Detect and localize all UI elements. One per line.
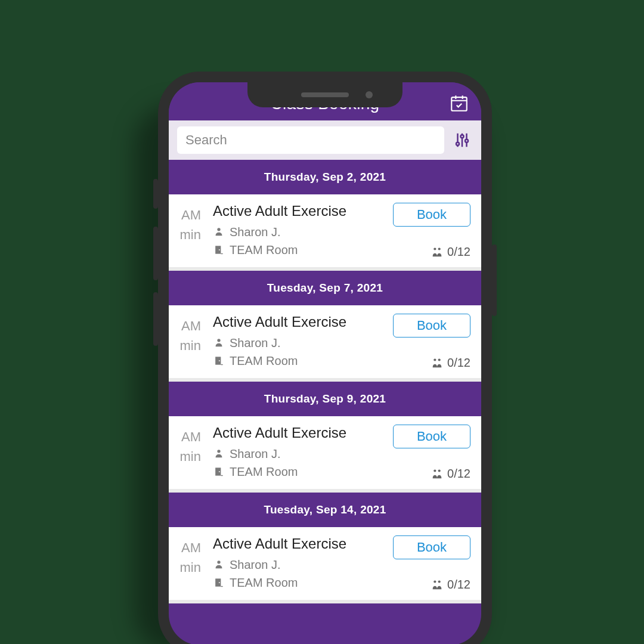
capacity: 0/12	[431, 356, 470, 370]
phone-camera	[366, 91, 373, 98]
date-header: Tuesday, Sep 7, 2021	[169, 271, 481, 305]
room-row: TEAM Room	[213, 574, 387, 592]
class-time: AMmin	[169, 535, 205, 592]
phone-side-button	[153, 179, 158, 209]
class-name: Active Adult Exercise	[213, 425, 387, 441]
class-card[interactable]: AMminActive Adult ExerciseSharon J.TEAM …	[169, 305, 481, 382]
instructor-name: Sharon J.	[230, 445, 281, 463]
search-input[interactable]	[177, 126, 444, 154]
class-info: Active Adult ExerciseSharon J.TEAM Room	[205, 314, 387, 370]
svg-point-2	[461, 135, 464, 138]
svg-point-3	[465, 140, 468, 143]
door-icon	[213, 355, 225, 367]
book-button[interactable]: Book	[393, 203, 470, 227]
class-info: Active Adult ExerciseSharon J.TEAM Room	[205, 203, 387, 259]
class-name: Active Adult Exercise	[213, 203, 387, 219]
book-button[interactable]: Book	[393, 425, 470, 448]
capacity-text: 0/12	[447, 245, 470, 259]
capacity: 0/12	[431, 467, 470, 481]
book-button[interactable]: Book	[393, 535, 470, 559]
door-icon	[213, 577, 225, 589]
room-row: TEAM Room	[213, 463, 387, 481]
class-info: Active Adult ExerciseSharon J.TEAM Room	[205, 535, 387, 592]
person-icon	[213, 559, 225, 571]
room-row: TEAM Room	[213, 352, 387, 370]
room-name: TEAM Room	[230, 352, 298, 370]
class-name: Active Adult Exercise	[213, 535, 387, 552]
class-actions: Book0/12	[387, 203, 470, 259]
capacity-text: 0/12	[447, 356, 470, 370]
phone-volume-up	[153, 227, 158, 280]
class-card[interactable]: AMminActive Adult ExerciseSharon J.TEAM …	[169, 527, 481, 603]
person-icon	[213, 226, 225, 238]
person-icon	[213, 337, 225, 349]
phone-power-button	[492, 244, 497, 316]
people-icon	[431, 357, 444, 370]
class-actions: Book0/12	[387, 425, 470, 481]
instructor-row: Sharon J.	[213, 445, 387, 463]
class-name: Active Adult Exercise	[213, 314, 387, 330]
time-ampm: AM	[169, 427, 201, 447]
phone-screen: Class Booking Thursday, Sep 2,	[169, 82, 481, 644]
svg-rect-0	[451, 97, 467, 111]
capacity-text: 0/12	[447, 578, 470, 592]
class-list: Thursday, Sep 2, 2021AMminActive Adult E…	[169, 160, 481, 603]
person-icon	[213, 448, 225, 460]
room-row: TEAM Room	[213, 241, 387, 259]
people-icon	[431, 246, 444, 259]
phone-frame: Class Booking Thursday, Sep 2,	[158, 72, 492, 644]
capacity-text: 0/12	[447, 467, 470, 481]
instructor-name: Sharon J.	[230, 556, 281, 574]
people-icon	[431, 467, 444, 481]
class-info: Active Adult ExerciseSharon J.TEAM Room	[205, 425, 387, 481]
time-ampm: AM	[169, 538, 201, 558]
time-ampm: AM	[169, 205, 201, 225]
book-button[interactable]: Book	[393, 314, 470, 338]
instructor-row: Sharon J.	[213, 223, 387, 241]
class-time: AMmin	[169, 425, 205, 481]
duration-suffix: min	[169, 558, 201, 577]
search-bar	[169, 120, 481, 160]
instructor-row: Sharon J.	[213, 334, 387, 352]
class-time: AMmin	[169, 314, 205, 370]
capacity: 0/12	[431, 245, 470, 259]
instructor-row: Sharon J.	[213, 556, 387, 574]
door-icon	[213, 244, 225, 256]
date-header: Thursday, Sep 9, 2021	[169, 382, 481, 416]
room-name: TEAM Room	[230, 463, 298, 481]
instructor-name: Sharon J.	[230, 223, 281, 241]
class-actions: Book0/12	[387, 314, 470, 370]
instructor-name: Sharon J.	[230, 334, 281, 352]
class-card[interactable]: AMminActive Adult ExerciseSharon J.TEAM …	[169, 416, 481, 493]
class-actions: Book0/12	[387, 535, 470, 592]
class-card[interactable]: AMminActive Adult ExerciseSharon J.TEAM …	[169, 194, 481, 271]
duration-suffix: min	[169, 225, 201, 244]
people-icon	[431, 578, 444, 592]
phone-notch	[247, 82, 402, 107]
calendar-check-icon[interactable]	[449, 93, 469, 113]
room-name: TEAM Room	[230, 241, 298, 259]
svg-point-1	[456, 143, 459, 145]
door-icon	[213, 466, 225, 478]
capacity: 0/12	[431, 578, 470, 592]
room-name: TEAM Room	[230, 574, 298, 592]
phone-volume-down	[153, 292, 158, 346]
duration-suffix: min	[169, 336, 201, 355]
phone-speaker	[301, 92, 349, 97]
date-header: Thursday, Sep 2, 2021	[169, 160, 481, 194]
duration-suffix: min	[169, 447, 201, 466]
class-time: AMmin	[169, 203, 205, 259]
date-header: Tuesday, Sep 14, 2021	[169, 493, 481, 527]
time-ampm: AM	[169, 316, 201, 336]
sliders-icon[interactable]	[451, 129, 473, 151]
